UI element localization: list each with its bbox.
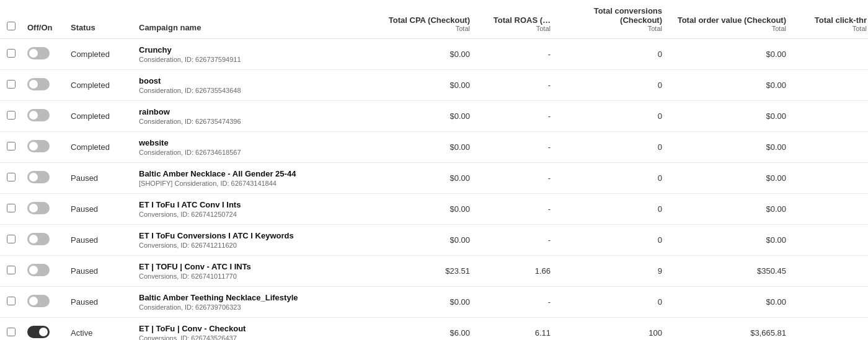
row-conv-cell: 0 [556, 225, 667, 256]
table-row: PausedET I ToFu I ATC Conv I IntsConvers… [0, 194, 868, 225]
toggle-knob [29, 142, 38, 150]
row-status-cell: Completed [66, 132, 134, 163]
row-clickthr-cell [791, 225, 868, 256]
row-status-cell: Paused [66, 256, 134, 287]
row-cpa-cell: $0.00 [382, 132, 475, 163]
row-roas-cell: 1.66 [475, 256, 556, 287]
campaigns-table-container: Off/On Status Campaign name Total CPA (C… [0, 0, 868, 340]
status-badge: Paused [71, 297, 98, 307]
row-clickthr-cell [791, 132, 868, 163]
row-name-cell: ET I ToFu Conversions I ATC I KeywordsCo… [134, 225, 382, 256]
toggle-knob [29, 173, 38, 181]
row-name-cell: ET I ToFu I ATC Conv I IntsConversions, … [134, 194, 382, 225]
row-clickthr-cell [791, 70, 868, 101]
toggle-knob [29, 111, 38, 120]
campaign-name-text: ET I ToFu I ATC Conv I Ints [139, 200, 377, 209]
table-row: CompletedCrunchyConsideration, ID: 62673… [0, 39, 868, 70]
campaign-toggle[interactable] [27, 202, 50, 214]
campaign-toggle[interactable] [27, 47, 50, 59]
campaign-name-text: boost [139, 76, 377, 85]
row-toggle-cell [22, 287, 66, 318]
row-roas-cell: 6.11 [475, 318, 556, 341]
row-clickthr-cell [791, 287, 868, 318]
row-status-cell: Paused [66, 194, 134, 225]
row-cpa-cell: $0.00 [382, 39, 475, 70]
header-orderval: Total order value (Checkout) Total [667, 0, 791, 39]
row-select-checkbox[interactable] [7, 173, 16, 181]
row-name-cell: ET | ToFu | Conv - CheckoutConversions, … [134, 318, 382, 341]
row-status-cell: Paused [66, 225, 134, 256]
row-cpa-cell: $0.00 [382, 287, 475, 318]
campaign-toggle[interactable] [27, 233, 50, 245]
header-cpa: Total CPA (Checkout) Total [382, 0, 475, 39]
row-roas-cell: - [475, 287, 556, 318]
campaign-toggle[interactable] [27, 78, 50, 90]
row-select-checkbox[interactable] [7, 111, 16, 120]
campaign-name-text: Baltic Amber Necklace - All Gender 25-44 [139, 169, 377, 178]
row-select-checkbox[interactable] [7, 204, 16, 212]
status-badge: Paused [71, 173, 98, 183]
table-row: PausedBaltic Amber Teething Necklace_Lif… [0, 287, 868, 318]
campaign-sub-text: Conversions, ID: 626743526437 [139, 334, 377, 340]
row-conv-cell: 100 [556, 318, 667, 341]
campaign-name-text: Baltic Amber Teething Necklace_Lifestyle [139, 293, 377, 302]
header-offon: Off/On [22, 0, 66, 39]
row-toggle-cell [22, 132, 66, 163]
row-checkbox-cell [0, 70, 22, 101]
row-select-checkbox[interactable] [7, 235, 16, 243]
table-row: PausedET I ToFu Conversions I ATC I Keyw… [0, 225, 868, 256]
row-conv-cell: 0 [556, 132, 667, 163]
row-name-cell: boostConsideration, ID: 626735543648 [134, 70, 382, 101]
row-cpa-cell: $0.00 [382, 163, 475, 194]
row-toggle-cell [22, 70, 66, 101]
row-checkbox-cell [0, 101, 22, 132]
row-checkbox-cell [0, 194, 22, 225]
row-roas-cell: - [475, 101, 556, 132]
row-conv-cell: 0 [556, 39, 667, 70]
row-toggle-cell [22, 39, 66, 70]
status-badge: Paused [71, 266, 98, 276]
row-cpa-cell: $0.00 [382, 101, 475, 132]
table-header-row: Off/On Status Campaign name Total CPA (C… [0, 0, 868, 39]
table-row: CompletedrainbowConsideration, ID: 62673… [0, 101, 868, 132]
header-check [0, 0, 22, 39]
campaign-toggle[interactable] [27, 171, 50, 183]
row-toggle-cell [22, 194, 66, 225]
toggle-knob [29, 204, 38, 212]
select-all-checkbox[interactable] [7, 22, 16, 30]
campaign-toggle[interactable] [27, 326, 50, 338]
row-orderval-cell: $3,665.81 [667, 318, 791, 341]
row-select-checkbox[interactable] [7, 297, 16, 305]
row-name-cell: websiteConsideration, ID: 626734618567 [134, 132, 382, 163]
row-orderval-cell: $0.00 [667, 163, 791, 194]
row-checkbox-cell [0, 132, 22, 163]
toggle-knob [29, 235, 38, 243]
row-orderval-cell: $0.00 [667, 39, 791, 70]
row-select-checkbox[interactable] [7, 80, 16, 89]
toggle-knob [29, 297, 38, 305]
campaign-toggle[interactable] [27, 109, 50, 121]
row-roas-cell: - [475, 39, 556, 70]
row-name-cell: ET | TOFU | Conv - ATC I INTsConversions… [134, 256, 382, 287]
campaign-sub-text: Consideration, ID: 626739706323 [139, 303, 377, 311]
row-conv-cell: 9 [556, 256, 667, 287]
row-conv-cell: 0 [556, 287, 667, 318]
campaign-toggle[interactable] [27, 264, 50, 276]
row-select-checkbox[interactable] [7, 266, 16, 274]
row-roas-cell: - [475, 225, 556, 256]
status-badge: Completed [71, 111, 110, 121]
campaign-name-text: rainbow [139, 107, 377, 116]
row-status-cell: Completed [66, 101, 134, 132]
row-select-checkbox[interactable] [7, 328, 16, 336]
row-status-cell: Paused [66, 163, 134, 194]
header-campaign-name: Campaign name [134, 0, 382, 39]
campaign-toggle[interactable] [27, 295, 50, 307]
row-select-checkbox[interactable] [7, 49, 16, 58]
row-orderval-cell: $0.00 [667, 225, 791, 256]
campaign-sub-text: Consideration, ID: 626734618567 [139, 149, 377, 156]
status-badge: Completed [71, 50, 110, 59]
row-orderval-cell: $0.00 [667, 287, 791, 318]
row-cpa-cell: $23.51 [382, 256, 475, 287]
campaign-toggle[interactable] [27, 140, 50, 152]
row-select-checkbox[interactable] [7, 142, 16, 150]
